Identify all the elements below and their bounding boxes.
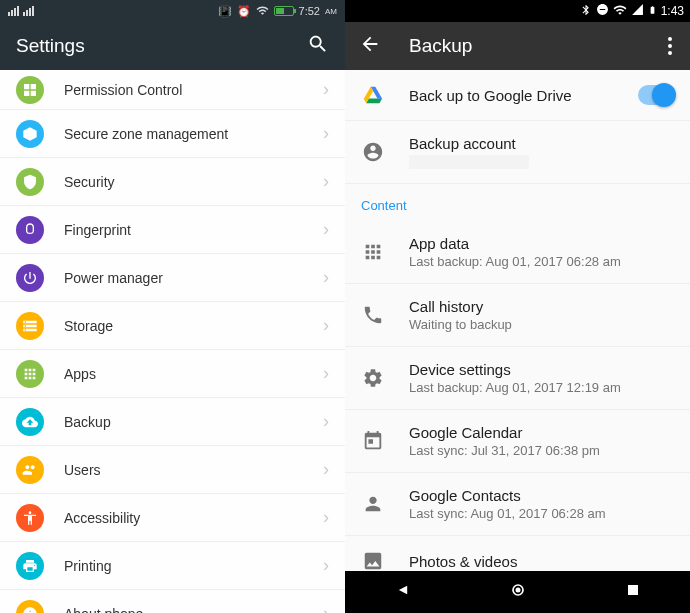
zone-icon bbox=[16, 120, 44, 148]
chevron-right-icon: › bbox=[323, 507, 329, 528]
item-label: About phone bbox=[64, 606, 303, 614]
shield-icon bbox=[16, 168, 44, 196]
backup-item-google-calendar[interactable]: Google Calendar Last sync: Jul 31, 2017 … bbox=[345, 410, 690, 473]
app-bar: Backup bbox=[345, 22, 690, 70]
settings-item-permission-control[interactable]: Permission Control › bbox=[0, 70, 345, 110]
item-sublabel: Last backup: Aug 01, 2017 06:28 am bbox=[409, 254, 674, 269]
item-label: Printing bbox=[64, 558, 303, 574]
storage-icon bbox=[16, 312, 44, 340]
search-icon bbox=[307, 33, 329, 55]
backup-toggle[interactable] bbox=[638, 85, 674, 105]
battery-icon bbox=[648, 3, 657, 20]
backup-icon bbox=[16, 408, 44, 436]
chevron-right-icon: › bbox=[323, 363, 329, 384]
backup-item-photos-videos[interactable]: Photos & videos bbox=[345, 536, 690, 571]
item-label: Call history bbox=[409, 298, 674, 315]
settings-item-secure-zone-management[interactable]: Secure zone management › bbox=[0, 110, 345, 158]
item-label: Permission Control bbox=[64, 82, 303, 98]
gear-icon bbox=[361, 367, 385, 389]
phone-icon bbox=[361, 304, 385, 326]
chevron-right-icon: › bbox=[323, 123, 329, 144]
app-bar: Settings bbox=[0, 22, 345, 70]
item-sublabel: Last sync: Aug 01, 2017 06:28 am bbox=[409, 506, 674, 521]
apps-icon bbox=[16, 360, 44, 388]
item-sublabel: Last backup: Aug 01, 2017 12:19 am bbox=[409, 380, 674, 395]
item-sublabel: Waiting to backup bbox=[409, 317, 674, 332]
settings-list[interactable]: Permission Control › Secure zone managem… bbox=[0, 70, 345, 613]
settings-item-fingerprint[interactable]: Fingerprint › bbox=[0, 206, 345, 254]
account-icon bbox=[361, 141, 385, 163]
item-label: App data bbox=[409, 235, 674, 252]
settings-item-backup[interactable]: Backup › bbox=[0, 398, 345, 446]
settings-item-about-phone[interactable]: About phone › bbox=[0, 590, 345, 613]
backup-account-row[interactable]: Backup account bbox=[345, 121, 690, 184]
backup-list[interactable]: Back up to Google Drive Backup account C… bbox=[345, 70, 690, 571]
status-bar: 1:43 bbox=[345, 0, 690, 22]
item-label: Fingerprint bbox=[64, 222, 303, 238]
settings-item-apps[interactable]: Apps › bbox=[0, 350, 345, 398]
settings-screen: 📳 ⏰ 7:52 AM Settings Permission Control … bbox=[0, 0, 345, 613]
backup-item-call-history[interactable]: Call history Waiting to backup bbox=[345, 284, 690, 347]
access-icon bbox=[16, 504, 44, 532]
item-label: Backup bbox=[64, 414, 303, 430]
chevron-right-icon: › bbox=[323, 603, 329, 613]
power-icon bbox=[16, 264, 44, 292]
page-title: Settings bbox=[16, 35, 85, 57]
item-label: Photos & videos bbox=[409, 553, 674, 570]
chevron-right-icon: › bbox=[323, 79, 329, 100]
search-button[interactable] bbox=[307, 33, 329, 59]
page-title: Backup bbox=[409, 35, 630, 57]
wifi-icon bbox=[613, 3, 627, 20]
settings-item-security[interactable]: Security › bbox=[0, 158, 345, 206]
settings-item-users[interactable]: Users › bbox=[0, 446, 345, 494]
item-label: Storage bbox=[64, 318, 303, 334]
backup-screen: 1:43 Backup Back up to Google Drive Back… bbox=[345, 0, 690, 613]
backup-item-app-data[interactable]: App data Last backup: Aug 01, 2017 06:28… bbox=[345, 221, 690, 284]
settings-item-accessibility[interactable]: Accessibility › bbox=[0, 494, 345, 542]
users-icon bbox=[16, 456, 44, 484]
person-icon bbox=[361, 493, 385, 515]
print-icon bbox=[16, 552, 44, 580]
backup-to-drive-row[interactable]: Back up to Google Drive bbox=[345, 70, 690, 121]
chevron-right-icon: › bbox=[323, 171, 329, 192]
item-label: Google Contacts bbox=[409, 487, 674, 504]
status-bar: 📳 ⏰ 7:52 AM bbox=[0, 0, 345, 22]
chevron-right-icon: › bbox=[323, 267, 329, 288]
alarm-icon: ⏰ bbox=[237, 5, 251, 18]
svg-point-1 bbox=[515, 588, 520, 593]
arrow-back-icon bbox=[359, 33, 381, 55]
content-section-header: Content bbox=[345, 184, 690, 221]
chevron-right-icon: › bbox=[323, 459, 329, 480]
settings-item-printing[interactable]: Printing › bbox=[0, 542, 345, 590]
nav-back-button[interactable] bbox=[393, 580, 413, 604]
back-button[interactable] bbox=[359, 33, 381, 59]
photo-icon bbox=[361, 550, 385, 571]
item-label: Google Calendar bbox=[409, 424, 674, 441]
signal-icon bbox=[23, 6, 34, 16]
chevron-right-icon: › bbox=[323, 315, 329, 336]
nav-recent-button[interactable] bbox=[623, 580, 643, 604]
info-icon bbox=[16, 600, 44, 614]
wifi-icon bbox=[256, 4, 269, 19]
overflow-menu-button[interactable] bbox=[658, 37, 682, 55]
item-label: Security bbox=[64, 174, 303, 190]
settings-item-storage[interactable]: Storage › bbox=[0, 302, 345, 350]
google-drive-icon bbox=[361, 84, 385, 106]
finger-icon bbox=[16, 216, 44, 244]
item-sublabel: Last sync: Jul 31, 2017 06:38 pm bbox=[409, 443, 674, 458]
item-label: Secure zone management bbox=[64, 126, 303, 142]
signal-icon bbox=[631, 3, 644, 19]
calendar-icon bbox=[361, 430, 385, 452]
battery-icon bbox=[274, 6, 294, 16]
backup-item-google-contacts[interactable]: Google Contacts Last sync: Aug 01, 2017 … bbox=[345, 473, 690, 536]
nav-home-button[interactable] bbox=[508, 580, 528, 604]
backup-item-device-settings[interactable]: Device settings Last backup: Aug 01, 201… bbox=[345, 347, 690, 410]
navigation-bar bbox=[345, 571, 690, 613]
item-label: Accessibility bbox=[64, 510, 303, 526]
svg-rect-2 bbox=[628, 585, 638, 595]
backup-drive-label: Back up to Google Drive bbox=[409, 87, 614, 104]
backup-account-value bbox=[409, 155, 529, 169]
chevron-right-icon: › bbox=[323, 411, 329, 432]
settings-item-power-manager[interactable]: Power manager › bbox=[0, 254, 345, 302]
chevron-right-icon: › bbox=[323, 219, 329, 240]
